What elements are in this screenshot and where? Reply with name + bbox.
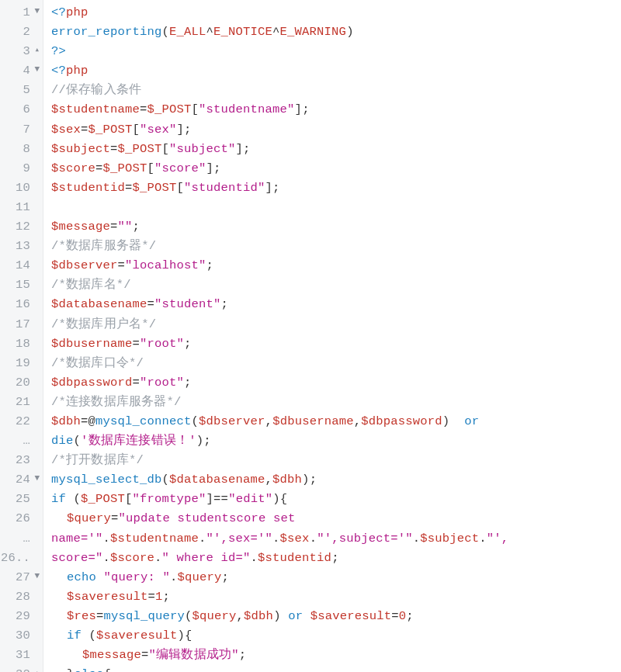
line-number[interactable]: 32▴ (0, 665, 43, 672)
token-kw: or (288, 609, 303, 623)
code-line[interactable]: mysql_select_db($databasename,$dbh); (51, 470, 621, 490)
token-punc: ; (243, 142, 251, 156)
line-number[interactable]: 2 (0, 23, 43, 42)
fold-up-icon[interactable]: ▴ (33, 667, 41, 672)
code-line[interactable]: /*数据库用户名*/ (51, 315, 621, 334)
code-line[interactable]: die('数据库连接错误！'); (51, 431, 621, 451)
line-number[interactable]: 7 (0, 120, 43, 140)
fold-down-icon[interactable]: ▼ (33, 63, 41, 77)
token-op: . (310, 532, 317, 546)
line-number[interactable]: 3▴ (0, 42, 43, 61)
gutter[interactable]: 1▼23▴4▼5678910111213141516171819202122…2… (0, 0, 43, 672)
token-punc: [ (162, 142, 170, 156)
code-line[interactable]: ?> (51, 42, 621, 61)
code-line[interactable]: /*数据库口令*/ (51, 354, 621, 373)
line-number[interactable]: … (0, 529, 43, 549)
code-line[interactable]: $message=""; (51, 217, 621, 237)
line-number[interactable]: 1▼ (0, 3, 43, 23)
line-number[interactable]: 30 (0, 626, 43, 646)
line-number[interactable]: 11 (0, 198, 43, 217)
line-number[interactable]: 10 (0, 178, 43, 198)
line-number[interactable]: 9 (0, 159, 43, 178)
line-number[interactable]: 5 (0, 81, 43, 100)
code-line[interactable]: $subject=$_POST["subject"]; (51, 140, 621, 159)
line-number[interactable]: 29 (0, 607, 43, 626)
token-punc: , (265, 473, 273, 487)
line-number[interactable]: 20 (0, 373, 43, 393)
token-punc: ) (442, 414, 450, 428)
line-number[interactable]: 17 (0, 315, 43, 334)
line-number[interactable]: … (0, 431, 43, 451)
token-tag: ?> (51, 44, 66, 58)
fold-down-icon[interactable]: ▼ (33, 472, 41, 486)
line-number[interactable]: 25 (0, 490, 43, 509)
token-punc: ] (265, 181, 273, 195)
token-var: $message (51, 220, 110, 234)
code-line[interactable]: $studentname=$_POST["studentname"]; (51, 100, 621, 120)
code-line[interactable]: $query="update studentscore set (51, 509, 621, 528)
line-number[interactable]: 12 (0, 217, 43, 237)
line-number[interactable]: 26.. (0, 549, 43, 568)
line-number[interactable]: 23 (0, 451, 43, 470)
code-line[interactable]: if ($saveresult){ (51, 626, 621, 646)
token-var: $res (67, 609, 96, 623)
code-line[interactable]: //保存输入条件 (51, 81, 621, 100)
code-line[interactable]: $dbpassword="root"; (51, 373, 621, 393)
code-line[interactable]: /*数据库名*/ (51, 275, 621, 295)
line-number[interactable]: 14 (0, 256, 43, 275)
code-line[interactable]: $sex=$_POST["sex"]; (51, 120, 621, 140)
code-line[interactable]: }else{ (51, 665, 621, 672)
fold-up-icon[interactable]: ▴ (33, 43, 41, 57)
line-number[interactable]: 13 (0, 237, 43, 256)
code-line[interactable]: $saveresult=1; (51, 587, 621, 607)
code-area[interactable]: <?phperror_reporting(E_ALL^E_NOTICE^E_WA… (43, 0, 621, 672)
code-line[interactable]: echo "query: ".$query; (51, 568, 621, 587)
code-line[interactable]: score=".$score." where id=".$studentid; (51, 549, 621, 568)
token-op: = (110, 220, 118, 234)
token-str: "root" (140, 337, 184, 351)
line-number[interactable]: 28 (0, 587, 43, 607)
line-number[interactable]: 18 (0, 334, 43, 354)
code-line[interactable] (51, 198, 621, 217)
token-cmt: /*打开数据库*/ (51, 453, 144, 467)
line-number[interactable]: 31 (0, 646, 43, 665)
code-line[interactable]: /*数据库服务器*/ (51, 237, 621, 256)
line-number[interactable]: 22 (0, 412, 43, 431)
code-line[interactable]: $dbserver="localhost"; (51, 256, 621, 275)
line-number[interactable]: 16 (0, 295, 43, 314)
line-number[interactable]: 4▼ (0, 61, 43, 81)
code-line[interactable]: name='".$studentname."',sex='".$sex."',s… (51, 529, 621, 549)
token-var: $studentname (51, 102, 140, 116)
token-err: php (66, 64, 88, 78)
code-line[interactable]: error_reporting(E_ALL^E_NOTICE^E_WARNING… (51, 23, 621, 42)
line-number[interactable]: 6 (0, 100, 43, 120)
line-number[interactable]: 26 (0, 509, 43, 528)
code-line[interactable]: <?php (51, 3, 621, 23)
code-line[interactable]: /*连接数据库服务器*/ (51, 393, 621, 412)
token-op: = (125, 181, 133, 195)
line-number[interactable]: 21 (0, 393, 43, 412)
code-line[interactable]: $studentid=$_POST["studentid"]; (51, 178, 621, 198)
line-number[interactable]: 8 (0, 140, 43, 159)
token-op: = (147, 297, 155, 311)
fold-down-icon[interactable]: ▼ (33, 570, 41, 584)
token-var: $message (82, 648, 141, 662)
line-number[interactable]: 27▼ (0, 568, 43, 587)
token-var: $dbh (51, 414, 81, 428)
code-line[interactable]: $dbusername="root"; (51, 334, 621, 354)
code-line[interactable]: $dbh=@mysql_connect($dbserver,$dbusernam… (51, 412, 621, 431)
code-line[interactable]: $databasename="student"; (51, 295, 621, 314)
code-line[interactable]: /*打开数据库*/ (51, 451, 621, 470)
token-punc: } (67, 667, 75, 672)
line-number[interactable]: 24▼ (0, 470, 43, 490)
code-line[interactable]: $score=$_POST["score"]; (51, 159, 621, 178)
code-line[interactable]: <?php (51, 61, 621, 81)
token-plain (82, 629, 89, 643)
line-number[interactable]: 15 (0, 275, 43, 295)
token-str: "',sex='" (206, 532, 273, 546)
fold-down-icon[interactable]: ▼ (33, 5, 41, 19)
code-line[interactable]: $message="编辑数据成功"; (51, 646, 621, 665)
line-number[interactable]: 19 (0, 354, 43, 373)
code-line[interactable]: if ($_POST["fromtype"]=="edit"){ (51, 490, 621, 509)
code-line[interactable]: $res=mysql_query($query,$dbh) or $savere… (51, 607, 621, 626)
